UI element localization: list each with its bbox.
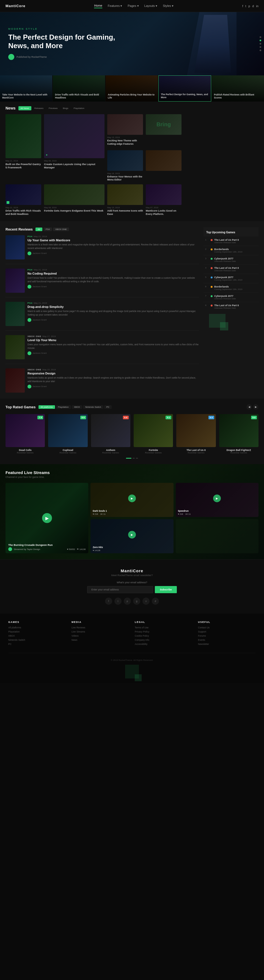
feat-card-5[interactable]: Publish Rated Reviews with Brilliant Sco… <box>212 75 264 102</box>
nav-link-styles[interactable]: Styles ▾ <box>163 4 173 8</box>
tab-previews[interactable]: Previews <box>46 106 60 110</box>
news-item-font <box>146 150 181 181</box>
rev-tab-all[interactable]: All <box>35 228 42 231</box>
nav-link-features[interactable]: Features ▾ <box>108 4 122 8</box>
game-studio-4: RockStar Games <box>134 452 173 454</box>
reviews-sidebar: Top Upcoming Games 1 The Last of Us Part… <box>204 227 259 393</box>
plat-nintendo[interactable]: Nintendo Switch <box>83 405 103 409</box>
game-studio-3: RockStar Games <box>91 452 130 454</box>
review-thumb-5 <box>5 368 25 393</box>
review-title-5[interactable]: Responsive Design <box>27 372 199 375</box>
footer-link-playstation[interactable]: Playstation <box>8 630 66 633</box>
soc-pinterest[interactable]: p <box>124 598 131 605</box>
rev-tab-ps4[interactable]: PS4 <box>43 228 52 231</box>
review-title-4[interactable]: Level Up Your Menu <box>27 339 199 342</box>
plat-pc[interactable]: PC <box>104 405 112 409</box>
plat-all[interactable]: All platforms <box>38 405 55 409</box>
hero-dot-5[interactable] <box>259 49 261 51</box>
prev-arrow[interactable]: ◀ <box>247 404 252 410</box>
hero-dot-2[interactable] <box>259 40 261 41</box>
footer-link-nintendo[interactable]: Nintendo Switch <box>8 639 66 641</box>
stream-play-2[interactable]: ▶ <box>128 495 136 503</box>
soc-twitter[interactable]: t <box>115 598 122 605</box>
feat-card-4[interactable]: The Perfect Design for Gaming, News, and… <box>158 75 211 102</box>
tab-releases[interactable]: Releases <box>32 106 46 110</box>
news-date-theme: May 13, 2019 <box>107 136 143 138</box>
soc-discord[interactable]: d <box>152 598 159 605</box>
stream-zero-hits[interactable]: ▶ Zero Hits ♥ 14136 <box>91 519 173 553</box>
feat-card-3[interactable]: Animating Particles Bring Your Website t… <box>106 75 158 102</box>
facebook-icon[interactable]: f <box>242 5 243 8</box>
footer-link-xbox[interactable]: XBOX <box>8 635 66 637</box>
footer-link-privacy[interactable]: Privacy Policy <box>135 630 192 633</box>
review-item-3: PS4 May 21, 2019 Drag-and-drop Simplicit… <box>5 302 199 331</box>
footer-link-cookie[interactable]: Cookie Policy <box>135 635 192 637</box>
soc-google[interactable]: g <box>133 598 140 605</box>
review-title-1[interactable]: Up Your Game with Manticore <box>27 239 199 242</box>
footer-link-live-streams[interactable]: Live Streams <box>72 630 129 633</box>
feat-card-1[interactable]: Take Your Website to the Next Level with… <box>0 75 52 102</box>
review-author-3: Jackson Grant <box>27 318 199 322</box>
game-dragon-ball: 9.0 Dragon Ball FighterZ RockStar Games <box>219 414 259 454</box>
soc-facebook[interactable]: f <box>105 598 112 605</box>
hero-dot-3[interactable] <box>259 43 261 45</box>
footer-link-support[interactable]: Support <box>198 630 256 633</box>
footer-link-newsletter[interactable]: Newsletter <box>198 643 256 646</box>
stream-speedrun[interactable]: ▶ Speedrun ♥ 218 1K 11 <box>176 483 259 517</box>
linkedin-icon[interactable]: in <box>256 5 259 8</box>
tab-playstation[interactable]: Playstation <box>72 106 87 110</box>
rev-tab-xbox[interactable]: XBOX ONE <box>53 228 69 231</box>
footer-link-forums[interactable]: Forums <box>198 635 256 637</box>
discord-icon[interactable]: d <box>252 5 254 8</box>
feat-card-1-title: Take Your Website to the Next Level with… <box>2 93 50 99</box>
hero-author-text: Published by RocketTheme <box>16 56 47 58</box>
nav-link-layouts[interactable]: Layouts ▾ <box>145 4 157 8</box>
stream-play-4[interactable]: ▶ <box>128 531 136 539</box>
feat-card-2[interactable]: Drive Traffic with Rich Visuals and Bold… <box>53 75 105 102</box>
feat-card-2-title: Drive Traffic with Rich Visuals and Bold… <box>55 93 103 99</box>
upcoming-item-8: 8 The Last of Us Part II Unknown Release… <box>204 302 259 311</box>
newsletter-input[interactable] <box>87 586 153 593</box>
footer-link-accessibility[interactable]: Accessibility <box>135 643 192 646</box>
news-item-theme: May 13, 2019 Exciting New Theme with Cut… <box>107 114 143 146</box>
stream-play-large[interactable]: ▶ <box>42 513 52 523</box>
nav-link-home[interactable]: Home <box>94 4 102 8</box>
footer-link-pc[interactable]: PC <box>8 643 66 646</box>
review-title-2[interactable]: No Coding Required <box>27 272 199 275</box>
tab-blogs[interactable]: Blogs <box>61 106 71 110</box>
review-author-5: Jackson Grant <box>27 385 199 388</box>
footer-link-videos[interactable]: Videos <box>72 635 129 637</box>
nav-logo[interactable]: MantiCore <box>5 4 25 8</box>
footer-link-live-reviews[interactable]: Live Reviews <box>72 626 129 629</box>
review-title-3[interactable]: Drag-and-drop Simplicity <box>27 305 199 309</box>
hero-dot-4[interactable] <box>259 46 261 48</box>
review-desc-5: Manticore looks as good on mobile as it … <box>27 376 199 383</box>
tab-all-news[interactable]: All News <box>18 106 31 110</box>
newsletter-submit[interactable]: Subscribe <box>155 586 177 593</box>
plat-ps[interactable]: Playstation <box>56 405 71 409</box>
footer-link-contact[interactable]: Contact Us <box>198 626 256 629</box>
stream-name-large: The Burning Crusade Dungeon Run <box>8 543 86 546</box>
next-arrow[interactable]: ▶ <box>253 404 259 410</box>
nav-link-pages[interactable]: Pages ▾ <box>127 4 138 8</box>
hero-dot-1[interactable] <box>259 36 261 38</box>
soc-vimeo[interactable]: v <box>142 598 149 605</box>
plat-xbox[interactable]: XBOX <box>72 405 82 409</box>
hero-section: Modern Style The Perfect Design for Gami… <box>0 12 264 75</box>
twitter-icon[interactable]: t <box>245 5 246 8</box>
footer-link-news[interactable]: News <box>72 639 129 641</box>
game-studio-6: RockStar Games <box>219 452 259 454</box>
stream-dark-souls[interactable]: ▶ Dark Souls 1 ♥ 218 1K 11 <box>91 483 173 517</box>
top-rated-title: Top Rated Games <box>5 405 36 409</box>
stream-large[interactable]: ▶ The Burning Crusade Dungeon Run Stream… <box>5 483 88 553</box>
review-platform-3: PS4 <box>27 302 32 304</box>
pinterest-icon[interactable]: p <box>248 5 250 8</box>
upcoming-title: Top Upcoming Games <box>206 231 235 234</box>
stream-play-3[interactable]: ▶ <box>213 495 221 503</box>
footer-link-terms[interactable]: Terms of Use <box>135 626 192 629</box>
game-name-6: Dragon Ball FighterZ <box>219 449 259 452</box>
footer-link-events[interactable]: Events <box>198 639 256 641</box>
stream-name-4: Zero Hits <box>93 546 171 549</box>
footer-link-company[interactable]: Company Info <box>135 639 192 641</box>
footer-link-all-platforms[interactable]: All platforms <box>8 626 66 629</box>
